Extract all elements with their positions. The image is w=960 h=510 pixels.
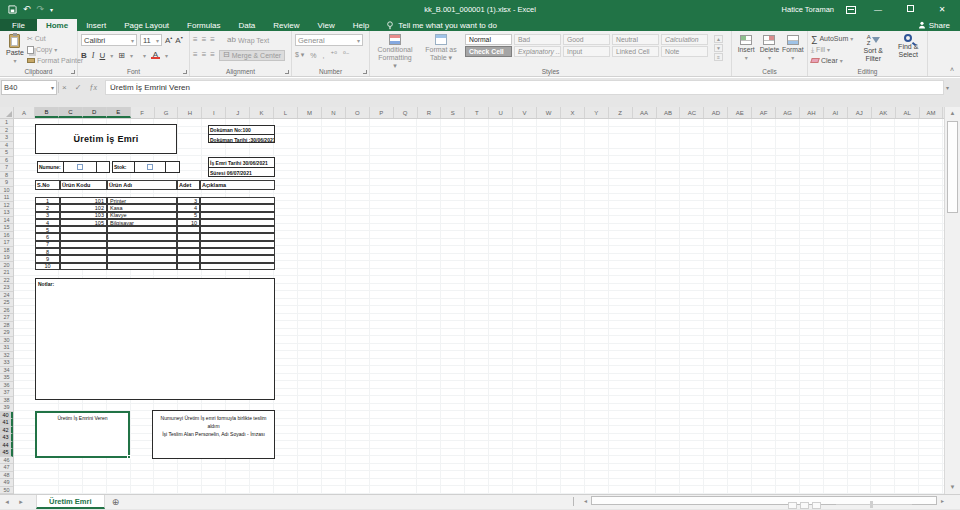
- tab-view[interactable]: View: [309, 19, 344, 31]
- row-header-36[interactable]: 36: [0, 382, 13, 390]
- column-header-L[interactable]: L: [274, 107, 298, 118]
- column-header-AL[interactable]: AL: [896, 107, 920, 118]
- table-cell[interactable]: 4: [177, 204, 200, 211]
- tab-scroll-left[interactable]: ◂: [0, 495, 14, 509]
- document-info-box[interactable]: Doküman No:100 Doküman Tarihi :30/06/202…: [208, 125, 275, 143]
- table-cell[interactable]: 8: [35, 248, 60, 255]
- row-header-28[interactable]: 28: [0, 322, 13, 330]
- column-header-AE[interactable]: AE: [728, 107, 752, 118]
- table-cell[interactable]: [177, 263, 200, 270]
- tab-formulas[interactable]: Formulas: [178, 19, 229, 31]
- row-header-45[interactable]: 45: [0, 449, 13, 457]
- cell-style-neutral[interactable]: Neutral: [612, 34, 659, 45]
- tab-review[interactable]: Review: [264, 19, 308, 31]
- formula-input[interactable]: Üretim İş Emrini Veren: [105, 80, 944, 95]
- table-cell[interactable]: Bilgisayar: [107, 219, 177, 226]
- borders-button[interactable]: ⊞: [118, 51, 125, 60]
- table-cell[interactable]: 10: [35, 263, 60, 270]
- table-cell[interactable]: [60, 263, 107, 270]
- table-cell[interactable]: 2: [35, 204, 60, 211]
- vertical-scrollbar-thumb[interactable]: [947, 121, 958, 213]
- font-family-select[interactable]: Calibri▾: [81, 34, 137, 46]
- table-cell[interactable]: [60, 226, 107, 233]
- table-cell[interactable]: 9: [35, 255, 60, 262]
- column-header-Y[interactable]: Y: [585, 107, 609, 118]
- percent-button[interactable]: %: [310, 52, 316, 59]
- notes-box[interactable]: Notlar:: [35, 278, 275, 400]
- row-header-10[interactable]: 10: [0, 187, 13, 195]
- row-header-25[interactable]: 25: [0, 299, 13, 307]
- align-right-button[interactable]: ≡: [210, 51, 215, 59]
- column-header-B[interactable]: B: [35, 107, 59, 118]
- column-header-G[interactable]: G: [155, 107, 179, 118]
- table-cell[interactable]: [200, 241, 275, 248]
- row-header-12[interactable]: 12: [0, 202, 13, 210]
- row-header-38[interactable]: 38: [0, 397, 13, 405]
- row-header-40[interactable]: 40: [0, 412, 13, 420]
- cell-style-input[interactable]: Input: [563, 46, 610, 57]
- row-header-43[interactable]: 43: [0, 434, 13, 442]
- table-row[interactable]: 8: [35, 248, 275, 255]
- table-cell[interactable]: [177, 233, 200, 240]
- table-row[interactable]: 3103Klavye5: [35, 212, 275, 219]
- delete-button[interactable]: Delete▾: [758, 35, 780, 61]
- row-header-26[interactable]: 26: [0, 307, 13, 315]
- table-cell[interactable]: [200, 255, 275, 262]
- table-row[interactable]: 6: [35, 233, 275, 240]
- table-cell[interactable]: 5: [35, 226, 60, 233]
- row-header-37[interactable]: 37: [0, 389, 13, 397]
- row-header-8[interactable]: 8: [0, 172, 13, 180]
- column-header-AM[interactable]: AM: [920, 107, 944, 118]
- table-row[interactable]: 10: [35, 263, 275, 270]
- tab-data[interactable]: Data: [229, 19, 264, 31]
- column-header-M[interactable]: M: [298, 107, 322, 118]
- row-header-41[interactable]: 41: [0, 419, 13, 427]
- numune-checkbox[interactable]: [77, 164, 83, 170]
- wrap-text-button[interactable]: abWrap Text: [227, 35, 269, 46]
- order-date-box[interactable]: İş Emri Tarihi 30/06/2021 Süresi 06/07/2…: [208, 157, 275, 177]
- column-header-V[interactable]: V: [513, 107, 537, 118]
- copy-button[interactable]: Copy▾: [27, 44, 83, 55]
- table-cell[interactable]: 102: [60, 204, 107, 211]
- cell-style-normal[interactable]: Normal: [465, 34, 512, 45]
- align-left-button[interactable]: ≡: [193, 51, 198, 59]
- minimize-button[interactable]: —: [868, 0, 888, 19]
- column-header-U[interactable]: U: [489, 107, 513, 118]
- row-header-27[interactable]: 27: [0, 314, 13, 322]
- table-cell[interactable]: 105: [60, 219, 107, 226]
- row-header-24[interactable]: 24: [0, 292, 13, 300]
- table-row[interactable]: 4105Bilgisayar10: [35, 219, 275, 226]
- row-header-2[interactable]: 2: [0, 127, 13, 135]
- column-header-AJ[interactable]: AJ: [848, 107, 872, 118]
- table-cell[interactable]: [107, 233, 177, 240]
- table-cell[interactable]: 6: [35, 233, 60, 240]
- paste-button[interactable]: Paste ▾: [3, 33, 27, 66]
- styles-scroll-down[interactable]: ▼: [714, 44, 723, 52]
- format-painter-button[interactable]: Format Painter: [27, 55, 83, 66]
- table-row[interactable]: 1101Printer3: [35, 197, 275, 204]
- receipt-box[interactable]: Numuneyi Üretim İş emri formuyla birlikt…: [152, 410, 275, 459]
- page-break-view-button[interactable]: [812, 502, 821, 509]
- fill-button[interactable]: ⤓Fill▾: [811, 44, 853, 55]
- numune-field[interactable]: Numune:: [37, 161, 110, 173]
- increase-decimal-button[interactable]: ⁺⁰: [331, 51, 338, 59]
- table-cell[interactable]: [107, 248, 177, 255]
- selected-cell-box[interactable]: Üretim İş Emrini Veren: [35, 411, 130, 458]
- table-cell[interactable]: [60, 233, 107, 240]
- save-icon[interactable]: [8, 5, 17, 14]
- cell-style-note[interactable]: Note: [661, 46, 708, 57]
- table-cell[interactable]: 4: [35, 219, 60, 226]
- enter-button[interactable]: ✓: [75, 83, 82, 92]
- row-header-49[interactable]: 49: [0, 479, 13, 487]
- styles-scroll-up[interactable]: ▲: [714, 35, 723, 43]
- column-header-AI[interactable]: AI: [824, 107, 848, 118]
- underline-button[interactable]: U: [99, 51, 105, 60]
- column-header-O[interactable]: O: [346, 107, 370, 118]
- column-header-F[interactable]: F: [131, 107, 155, 118]
- table-cell[interactable]: [60, 241, 107, 248]
- number-dialog-launcher[interactable]: [363, 70, 367, 74]
- row-header-11[interactable]: 11: [0, 194, 13, 202]
- table-row[interactable]: 2102Kasa4: [35, 204, 275, 211]
- row-header-30[interactable]: 30: [0, 337, 13, 345]
- row-header-47[interactable]: 47: [0, 464, 13, 472]
